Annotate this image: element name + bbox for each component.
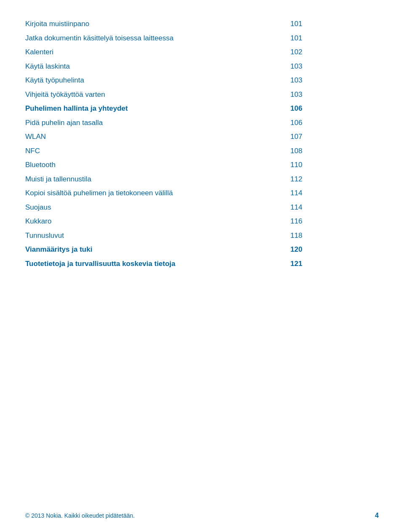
toc-row: Bluetooth110 <box>25 158 379 172</box>
toc-item-page: 101 <box>290 17 379 31</box>
toc-item-label: Käytä työpuhelinta <box>25 73 290 88</box>
toc-row: WLAN107 <box>25 130 379 144</box>
toc-item-page: 106 <box>290 116 379 130</box>
toc-row: Muisti ja tallennustila112 <box>25 172 379 186</box>
toc-row: Kopioi sisältöä puhelimen ja tietokoneen… <box>25 186 379 200</box>
toc-item-label: NFC <box>25 144 290 158</box>
toc-item-page: 121 <box>290 257 379 271</box>
toc-item-label: Jatka dokumentin käsittelyä toisessa lai… <box>25 31 290 45</box>
toc-row: Tunnusluvut118 <box>25 229 379 243</box>
copyright-text: © 2013 Nokia. Kaikki oikeudet pidätetään… <box>25 512 135 519</box>
toc-item-page: 120 <box>290 242 379 257</box>
toc-row: Käytä työpuhelinta103 <box>25 73 379 88</box>
toc-row: Vihjeitä työkäyttöä varten103 <box>25 88 379 102</box>
toc-item-label: Puhelimen hallinta ja yhteydet <box>25 101 290 116</box>
toc-item-page: 114 <box>290 186 379 200</box>
toc-item-label: Bluetooth <box>25 158 290 172</box>
toc-row: Käytä laskinta103 <box>25 59 379 74</box>
toc-item-page: 110 <box>290 158 379 172</box>
toc-item-label: Kukkaro <box>25 214 290 229</box>
toc-content: Kirjoita muistiinpano101Jatka dokumentin… <box>0 0 404 304</box>
toc-item-label: Tunnusluvut <box>25 229 290 243</box>
toc-row: Kukkaro116 <box>25 214 379 229</box>
toc-item-label: WLAN <box>25 130 290 144</box>
page-number: 4 <box>375 512 379 519</box>
toc-table: Kirjoita muistiinpano101Jatka dokumentin… <box>25 17 379 271</box>
toc-row: Puhelimen hallinta ja yhteydet106 <box>25 101 379 116</box>
toc-item-page: 106 <box>290 101 379 116</box>
toc-row: Tuotetietoja ja turvallisuutta koskevia … <box>25 257 379 271</box>
toc-row: NFC108 <box>25 144 379 158</box>
toc-item-label: Tuotetietoja ja turvallisuutta koskevia … <box>25 257 290 271</box>
toc-item-page: 116 <box>290 214 379 229</box>
toc-item-label: Käytä laskinta <box>25 59 290 74</box>
toc-item-page: 118 <box>290 229 379 243</box>
toc-item-label: Vianmääritys ja tuki <box>25 242 290 257</box>
toc-item-label: Pidä puhelin ajan tasalla <box>25 116 290 130</box>
toc-row: Kalenteri102 <box>25 45 379 59</box>
toc-row: Pidä puhelin ajan tasalla106 <box>25 116 379 130</box>
toc-item-page: 114 <box>290 200 379 215</box>
toc-item-page: 103 <box>290 88 379 102</box>
toc-row: Kirjoita muistiinpano101 <box>25 17 379 31</box>
toc-item-page: 103 <box>290 73 379 88</box>
footer: © 2013 Nokia. Kaikki oikeudet pidätetään… <box>0 512 404 519</box>
toc-row: Vianmääritys ja tuki120 <box>25 242 379 257</box>
toc-row: Suojaus114 <box>25 200 379 215</box>
toc-item-label: Vihjeitä työkäyttöä varten <box>25 88 290 102</box>
toc-item-label: Kalenteri <box>25 45 290 59</box>
toc-item-page: 102 <box>290 45 379 59</box>
toc-item-page: 103 <box>290 59 379 74</box>
toc-item-label: Suojaus <box>25 200 290 215</box>
toc-item-page: 107 <box>290 130 379 144</box>
toc-item-page: 101 <box>290 31 379 45</box>
toc-item-page: 108 <box>290 144 379 158</box>
toc-item-label: Kirjoita muistiinpano <box>25 17 290 31</box>
toc-item-label: Muisti ja tallennustila <box>25 172 290 186</box>
toc-item-page: 112 <box>290 172 379 186</box>
toc-item-label: Kopioi sisältöä puhelimen ja tietokoneen… <box>25 186 290 200</box>
toc-row: Jatka dokumentin käsittelyä toisessa lai… <box>25 31 379 45</box>
